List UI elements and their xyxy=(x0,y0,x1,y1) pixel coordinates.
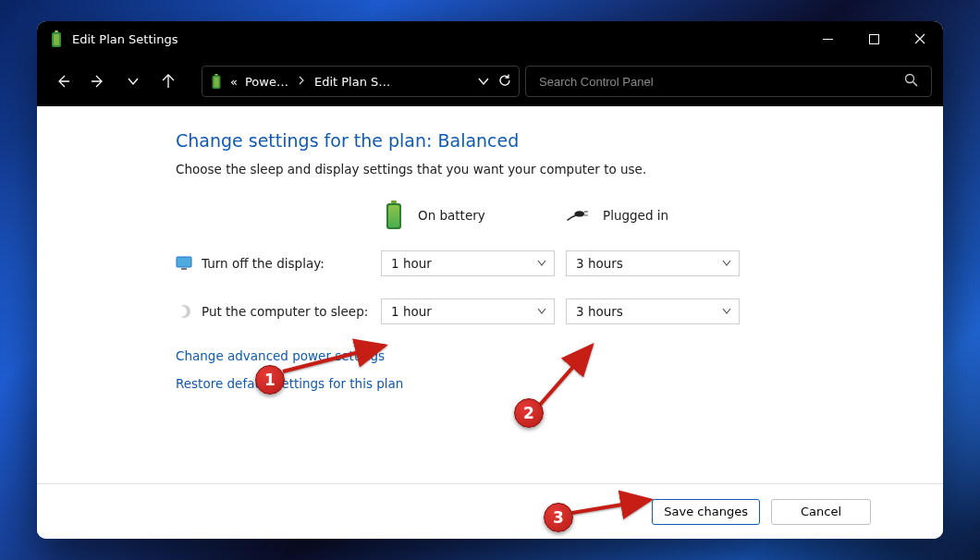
page-title-prefix: Change settings for the plan: xyxy=(176,130,437,151)
annotation-badge-2: 2 xyxy=(514,398,544,428)
column-header-battery: On battery xyxy=(381,201,566,230)
plug-icon xyxy=(566,206,592,225)
display-battery-value: 1 hour xyxy=(391,256,432,271)
sleep-battery-dropdown[interactable]: 1 hour xyxy=(381,298,555,324)
sleep-label-wrap: Put the computer to sleep: xyxy=(176,303,381,320)
chevron-right-icon xyxy=(296,76,307,88)
titlebar: Edit Plan Settings xyxy=(37,21,943,56)
address-app-icon xyxy=(210,74,223,89)
display-icon xyxy=(176,255,192,272)
refresh-icon[interactable] xyxy=(498,73,511,91)
breadcrumb-prefix: « xyxy=(230,75,238,89)
content-area: Change settings for the plan: Balanced C… xyxy=(37,106,943,483)
address-bar[interactable]: « Powe… Edit Plan S… xyxy=(202,66,520,97)
close-button[interactable] xyxy=(897,21,943,56)
svg-rect-22 xyxy=(181,268,187,270)
save-changes-button[interactable]: Save changes xyxy=(652,499,760,525)
search-input[interactable] xyxy=(539,75,897,89)
chevron-down-icon xyxy=(537,305,546,318)
svg-point-18 xyxy=(574,211,584,216)
display-plugged-value: 3 hours xyxy=(576,256,623,271)
svg-rect-20 xyxy=(583,214,588,216)
svg-rect-17 xyxy=(388,205,399,227)
svg-rect-10 xyxy=(214,74,218,76)
svg-rect-19 xyxy=(583,211,588,213)
battery-app-icon xyxy=(48,30,65,47)
back-button[interactable] xyxy=(48,67,78,96)
row-sleep: Put the computer to sleep: 1 hour 3 hour… xyxy=(176,295,921,328)
row-turn-off-display: Turn off the display: 1 hour 3 hours xyxy=(176,247,921,280)
columns-header: On battery Plugged in xyxy=(176,197,921,234)
sleep-label: Put the computer to sleep: xyxy=(202,304,368,319)
svg-line-14 xyxy=(913,82,918,87)
chevron-down-icon xyxy=(722,257,731,270)
display-plugged-dropdown[interactable]: 3 hours xyxy=(566,250,740,276)
sleep-plugged-value: 3 hours xyxy=(576,304,623,319)
control-panel-window: Edit Plan Settings « Powe… Edit Plan S… xyxy=(37,21,943,539)
navbar: « Powe… Edit Plan S… xyxy=(37,56,943,106)
cancel-button[interactable]: Cancel xyxy=(771,499,871,525)
svg-rect-15 xyxy=(391,201,397,203)
search-bar[interactable] xyxy=(525,66,932,97)
svg-rect-12 xyxy=(214,78,218,88)
plan-name: Balanced xyxy=(437,130,519,151)
turn-off-display-label-wrap: Turn off the display: xyxy=(176,255,381,272)
annotation-badge-1: 1 xyxy=(255,365,285,395)
footer: Save changes Cancel xyxy=(37,483,943,539)
page-title: Change settings for the plan: Balanced xyxy=(176,130,921,151)
column-header-plugged-label: Plugged in xyxy=(603,208,668,223)
breadcrumb-item-power[interactable]: Powe… xyxy=(245,75,288,89)
svg-rect-21 xyxy=(177,257,191,267)
recent-locations-button[interactable] xyxy=(118,67,148,96)
sleep-battery-value: 1 hour xyxy=(391,304,432,319)
search-icon[interactable] xyxy=(904,73,918,90)
annotation-badge-3: 3 xyxy=(544,503,573,532)
svg-point-13 xyxy=(906,75,914,83)
restore-defaults-link[interactable]: Restore default settings for this plan xyxy=(176,376,921,391)
chevron-down-icon xyxy=(722,305,731,318)
column-header-plugged: Plugged in xyxy=(566,206,751,225)
column-header-battery-label: On battery xyxy=(418,208,485,223)
forward-button[interactable] xyxy=(83,67,113,96)
chevron-down-icon[interactable] xyxy=(478,73,489,91)
svg-rect-2 xyxy=(54,34,59,45)
window-title: Edit Plan Settings xyxy=(72,32,804,46)
display-battery-dropdown[interactable]: 1 hour xyxy=(381,250,555,276)
minimize-button[interactable] xyxy=(804,21,851,56)
moon-icon xyxy=(176,303,192,320)
page-subtitle: Choose the sleep and display settings th… xyxy=(176,162,921,177)
advanced-settings-link[interactable]: Change advanced power settings xyxy=(176,348,921,363)
svg-rect-4 xyxy=(869,34,878,43)
breadcrumb-item-edit[interactable]: Edit Plan S… xyxy=(314,75,390,89)
battery-icon xyxy=(381,201,407,230)
svg-rect-0 xyxy=(55,30,58,32)
sleep-plugged-dropdown[interactable]: 3 hours xyxy=(566,298,740,324)
up-button[interactable] xyxy=(153,67,183,96)
maximize-button[interactable] xyxy=(851,21,897,56)
turn-off-display-label: Turn off the display: xyxy=(202,256,325,271)
window-controls xyxy=(804,21,943,56)
chevron-down-icon xyxy=(537,257,546,270)
